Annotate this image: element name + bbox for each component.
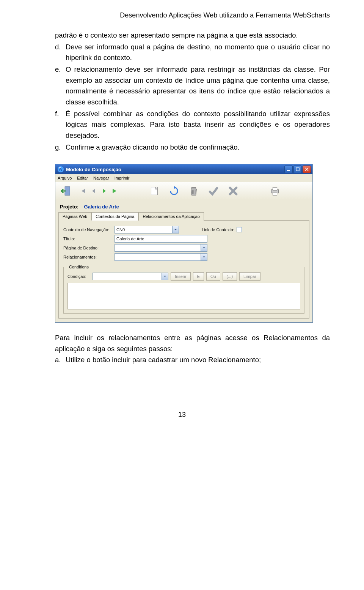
- exit-icon[interactable]: [59, 185, 72, 197]
- list-item-f: f. É possível combinar as condições do c…: [55, 109, 330, 141]
- contexto-label: Contexto de Navegação:: [63, 227, 115, 232]
- svg-rect-1: [296, 168, 299, 171]
- next-icon[interactable]: [100, 187, 108, 195]
- app-icon: W: [58, 166, 64, 172]
- page-number: 13: [34, 411, 330, 419]
- tab-relacionamentos[interactable]: Relacionamentos da Aplicação: [138, 212, 204, 221]
- cancel-icon[interactable]: [227, 185, 240, 197]
- svg-rect-2: [65, 187, 70, 196]
- menu-editar[interactable]: Editar: [77, 176, 88, 180]
- svg-rect-7: [273, 192, 277, 196]
- list-content: Deve ser informado qual a página de dest…: [66, 42, 330, 63]
- prev-icon[interactable]: [89, 187, 98, 195]
- relacionamentos-label: Relacionamentos:: [63, 255, 115, 259]
- projeto-value: Galeria de Arte: [84, 204, 119, 210]
- list-item-a: a. Utilize o botão incluir para cadastra…: [55, 355, 330, 366]
- confirm-icon[interactable]: [207, 185, 220, 197]
- list-content: Confirme a gravação clicando no botão de…: [66, 142, 330, 153]
- menubar: Arquivo Editar Navegar Imprimir: [55, 174, 312, 182]
- menu-imprimir[interactable]: Imprimir: [115, 176, 130, 180]
- list-item-g: g. Confirme a gravação clicando no botão…: [55, 142, 330, 153]
- list-content: O relacionamento deve ser informado para…: [66, 64, 330, 108]
- svg-rect-4: [191, 188, 196, 189]
- list-content: Utilize o botão incluir para cadastrar u…: [66, 355, 261, 366]
- svg-rect-6: [273, 188, 277, 191]
- chevron-down-icon[interactable]: [162, 273, 168, 280]
- refresh-icon[interactable]: [168, 185, 180, 197]
- contexto-input[interactable]: [115, 226, 179, 233]
- paragraph-after: Para incluir os relacionamentos entre as…: [55, 333, 330, 354]
- delete-icon[interactable]: [187, 185, 200, 197]
- projeto-line: Projeto: Galeria de Arte: [58, 202, 309, 211]
- projeto-label: Projeto:: [60, 204, 78, 210]
- last-icon[interactable]: [111, 187, 119, 195]
- paren-button[interactable]: (...): [223, 272, 237, 281]
- titlebar: W Modelo de Composição: [55, 164, 312, 174]
- list-marker: d.: [55, 42, 66, 63]
- window: W Modelo de Composição Arquivo Editar: [55, 164, 313, 323]
- menu-navegar[interactable]: Navegar: [93, 176, 109, 180]
- link-contexto-checkbox[interactable]: [237, 227, 242, 232]
- paragraph-continuation: padrão é o contexto ser apresentado semp…: [55, 30, 330, 41]
- list-marker: e.: [55, 64, 66, 108]
- titulo-input[interactable]: [115, 235, 207, 243]
- tabs: Páginas Web Contextos da Página Relacion…: [58, 212, 309, 220]
- conditions-legend: Conditions: [67, 265, 90, 269]
- maximize-button[interactable]: [293, 166, 302, 173]
- list-marker: a.: [55, 355, 66, 366]
- pagina-destino-label: Página de Destino:: [63, 246, 115, 250]
- link-contexto-label: Link de Contexto:: [202, 227, 234, 232]
- nav-group: [79, 187, 119, 195]
- conditions-area[interactable]: [67, 283, 300, 309]
- e-button[interactable]: E: [193, 272, 204, 281]
- pagina-destino-input[interactable]: [115, 244, 207, 252]
- tab-paginas-web[interactable]: Páginas Web: [58, 212, 91, 221]
- list-item-e: e. O relacionamento deve ser informado p…: [55, 64, 330, 108]
- relacionamentos-input[interactable]: [115, 253, 207, 261]
- condicao-input[interactable]: [93, 273, 168, 280]
- limpar-button[interactable]: Limpar: [239, 272, 260, 281]
- ou-button[interactable]: Ou: [206, 272, 220, 281]
- chevron-down-icon[interactable]: [201, 245, 207, 251]
- inserir-button[interactable]: Inserir: [171, 272, 191, 281]
- print-icon[interactable]: [268, 185, 281, 197]
- svg-rect-0: [287, 170, 290, 171]
- list-marker: f.: [55, 109, 66, 141]
- list-content: É possível combinar as condições do cont…: [66, 109, 330, 141]
- conditions-group: Conditions Condição: Inserir E Ou (...): [63, 265, 304, 314]
- chevron-down-icon[interactable]: [201, 254, 207, 260]
- menu-arquivo[interactable]: Arquivo: [58, 176, 72, 180]
- list-marker: g.: [55, 142, 66, 153]
- tab-contextos-pagina[interactable]: Contextos da Página: [91, 212, 138, 221]
- page-header: Desenvolvendo Aplicações Web utilizando …: [34, 11, 330, 19]
- tab-panel: Contexto de Navegação: Link de Contexto:…: [58, 220, 309, 319]
- condicao-label: Condição:: [67, 274, 90, 279]
- window-title: Modelo de Composição: [66, 167, 284, 172]
- minimize-button[interactable]: [284, 166, 293, 173]
- chevron-down-icon[interactable]: [172, 226, 179, 233]
- titulo-label: Título:: [63, 237, 115, 241]
- new-icon[interactable]: [148, 185, 161, 197]
- first-icon[interactable]: [79, 187, 87, 195]
- toolbar: [55, 182, 312, 200]
- close-button[interactable]: [303, 166, 311, 173]
- list-item-d: d. Deve ser informado qual a página de d…: [55, 42, 330, 63]
- app-screenshot: W Modelo de Composição Arquivo Editar: [55, 164, 330, 323]
